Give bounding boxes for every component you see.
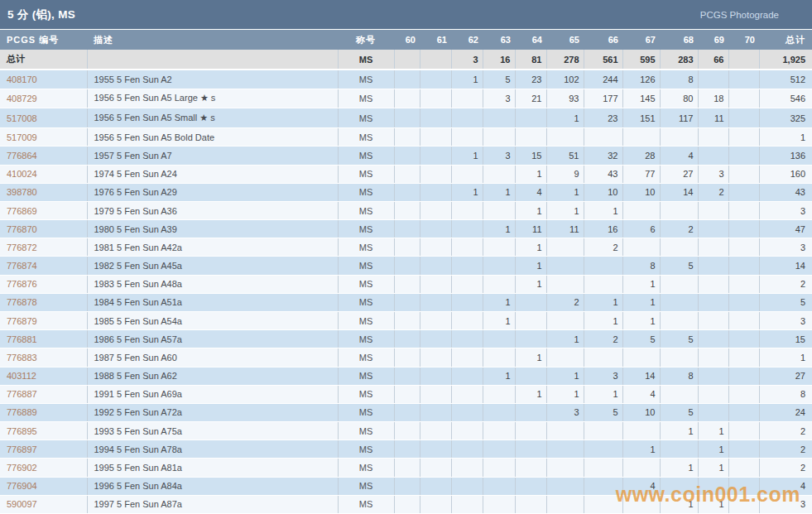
pcgs-number-link[interactable]: 517009: [0, 128, 87, 147]
grade-cell-64: [515, 422, 546, 440]
pcgs-number-link[interactable]: 776874: [0, 257, 87, 275]
grade-cell-61: [420, 70, 451, 89]
column-header-total: 总计: [759, 30, 812, 50]
table-row: 7768761983 5 Fen Sun A48aMS112: [0, 275, 812, 293]
pcgs-number-link[interactable]: 410024: [0, 165, 87, 183]
grade-cell-61: [420, 403, 451, 421]
table-row: 7768691979 5 Fen Sun A36MS1113: [0, 201, 812, 219]
grade-cell-66: 1: [584, 311, 622, 329]
column-header-desc: 描述: [87, 30, 338, 50]
grade-cell-65: 102: [546, 70, 584, 89]
grade-cell-69: [698, 330, 728, 348]
table-row: 7768951993 5 Fen Sun A75aMS112: [0, 422, 812, 440]
grade-cell-62: [451, 330, 483, 348]
description-cell: 1956 5 Fen Sun A5 Small ★ s: [87, 108, 338, 128]
table-row: 7768891992 5 Fen Sun A72aMS3510524: [0, 403, 812, 421]
pcgs-number-link[interactable]: 408170: [0, 70, 87, 89]
grade-cell-68: 8: [660, 70, 698, 89]
grade-cell-68: 1: [660, 495, 698, 513]
grade-cell-61: [420, 147, 451, 165]
grade-cell-63: 5: [483, 70, 515, 89]
pcgs-number-link[interactable]: 776870: [0, 220, 87, 238]
column-header-65: 65: [546, 30, 584, 50]
grade-cell-62: [451, 348, 483, 367]
grade-cell-60: [394, 367, 420, 385]
pcgs-number-link[interactable]: 776869: [0, 201, 87, 219]
table-row: 7768971994 5 Fen Sun A78aMS112: [0, 440, 812, 459]
total-cell: 2: [759, 275, 812, 293]
grade-cell-65: 1: [546, 201, 584, 219]
grade-cell-63: [483, 459, 515, 477]
grade-cell-66: 2: [584, 330, 622, 348]
grade-cell-68: [660, 275, 698, 293]
grade-cell-65: [546, 257, 584, 275]
table-row: 7769041996 5 Fen Sun A84aMS44: [0, 477, 812, 495]
grade-cell-64: 1: [515, 201, 546, 219]
grade-cell-64: 1: [515, 165, 546, 183]
grade-cell-68: 1: [660, 459, 698, 477]
grade-cell-68: [660, 201, 698, 219]
pcgs-number-link[interactable]: 517008: [0, 108, 87, 128]
pcgs-number-link[interactable]: 776895: [0, 422, 87, 440]
grade-cell-68: [660, 440, 698, 459]
column-header-60: 60: [394, 30, 420, 50]
description-cell: 1991 5 Fen Sun A69a: [87, 385, 338, 403]
grade-cell-62: [451, 128, 483, 147]
column-header-68: 68: [660, 30, 698, 50]
pcgs-number-link[interactable]: 776902: [0, 459, 87, 477]
pcgs-number-link[interactable]: 776879: [0, 311, 87, 329]
table-row: 7768741982 5 Fen Sun A45aMS18514: [0, 257, 812, 275]
grade-cell-60: [394, 422, 420, 440]
table-row: 4100241974 5 Fen Sun A24MS194377273160: [0, 165, 812, 183]
pcgs-number-link[interactable]: 776897: [0, 440, 87, 459]
pcgs-number-link[interactable]: 408729: [0, 89, 87, 108]
description-cell: 1996 5 Fen Sun A84a: [87, 477, 338, 495]
grade-cell-67: 1: [622, 440, 660, 459]
pcgs-number-link[interactable]: 776864: [0, 147, 87, 165]
description-cell: 1976 5 Fen Sun A29: [87, 183, 338, 201]
grade-cell-67: 8: [622, 257, 660, 275]
description-cell: 1995 5 Fen Sun A81a: [87, 459, 338, 477]
column-header-61: 61: [420, 30, 451, 50]
grade-cell-69: [698, 257, 728, 275]
grade-cell-60: [394, 330, 420, 348]
grade-cell-68: 4: [660, 147, 698, 165]
grade-cell-66: [584, 275, 622, 293]
grade-cell-64: [515, 108, 546, 128]
photograde-link[interactable]: PCGS Photograde: [700, 10, 779, 20]
grade-cell-62: [451, 385, 483, 403]
grade-cell-60: [394, 147, 420, 165]
designation-cell: MS: [338, 275, 394, 293]
designation-cell: MS: [338, 385, 394, 403]
grade-cell-67: [622, 348, 660, 367]
pcgs-number-link[interactable]: 776876: [0, 275, 87, 293]
pcgs-number-link[interactable]: 776889: [0, 403, 87, 421]
pcgs-number-link[interactable]: 776904: [0, 477, 87, 495]
totals-grade-70: [728, 50, 759, 70]
grade-cell-60: [394, 220, 420, 238]
total-cell: 47: [759, 220, 812, 238]
description-cell: 1993 5 Fen Sun A75a: [87, 422, 338, 440]
total-cell: 325: [759, 108, 812, 128]
pcgs-number-link[interactable]: 403112: [0, 367, 87, 385]
totals-grade-63: 16: [483, 50, 515, 70]
pcgs-number-link[interactable]: 590097: [0, 495, 87, 513]
pcgs-number-link[interactable]: 776887: [0, 385, 87, 403]
population-report-page: 5 分 (铝), MS PCGS Photograde PCGS 编号描述称号6…: [0, 0, 812, 514]
pcgs-number-link[interactable]: 398780: [0, 183, 87, 201]
table-row: 7768781984 5 Fen Sun A51aMS12115: [0, 293, 812, 311]
grade-cell-66: [584, 459, 622, 477]
grade-cell-68: [660, 293, 698, 311]
total-cell: 15: [759, 330, 812, 348]
grade-cell-64: 1: [515, 257, 546, 275]
grade-cell-69: 11: [698, 108, 728, 128]
pcgs-number-link[interactable]: 776878: [0, 293, 87, 311]
pcgs-number-link[interactable]: 776883: [0, 348, 87, 367]
pcgs-number-link[interactable]: 776881: [0, 330, 87, 348]
grade-cell-69: [698, 385, 728, 403]
description-cell: 1988 5 Fen Sun A62: [87, 367, 338, 385]
designation-cell: MS: [338, 220, 394, 238]
grade-cell-63: [483, 275, 515, 293]
pcgs-number-link[interactable]: 776872: [0, 238, 87, 257]
grade-cell-69: 3: [698, 165, 728, 183]
